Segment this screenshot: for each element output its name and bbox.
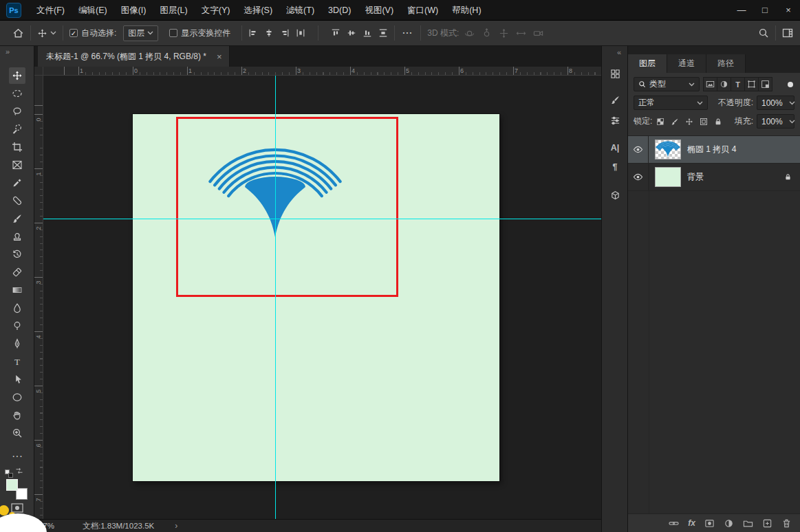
minimize-button[interactable]: —	[730, 0, 753, 21]
menu-item[interactable]: 图层(L)	[153, 0, 194, 21]
auto-select-checkbox[interactable]: 自动选择:	[69, 27, 116, 39]
filter-pixel-layers-icon[interactable]	[703, 77, 717, 91]
layer-row[interactable]: 背景	[628, 164, 800, 191]
menu-item[interactable]: 视图(V)	[358, 0, 400, 21]
eyedropper-tool[interactable]	[9, 175, 25, 191]
paragraph-panel-icon[interactable]: ¶	[607, 159, 623, 175]
move-tool-preset-icon[interactable]	[37, 28, 56, 38]
menu-item[interactable]: 3D(D)	[321, 0, 358, 21]
zoom-tool[interactable]	[9, 425, 25, 441]
adjustments-panel-icon[interactable]	[607, 112, 623, 129]
align-top-icon[interactable]	[331, 28, 340, 38]
lock-image-pixels-icon[interactable]	[669, 116, 681, 127]
horizontal-guide[interactable]	[43, 219, 601, 219]
path-selection-tool[interactable]	[9, 371, 25, 388]
search-icon[interactable]	[758, 27, 769, 38]
lock-transparent-pixels-icon[interactable]	[654, 116, 667, 127]
more-alignment-options-button[interactable]: ···	[401, 28, 414, 38]
default-colors-icon[interactable]	[5, 469, 13, 478]
eraser-tool[interactable]	[9, 264, 25, 280]
menu-item[interactable]: 图像(I)	[114, 0, 153, 21]
close-button[interactable]: ×	[777, 0, 800, 21]
hand-tool[interactable]	[9, 407, 25, 423]
filter-shape-layers-icon[interactable]	[744, 77, 759, 91]
layer-row[interactable]: 椭圆 1 拷贝 4	[628, 136, 800, 164]
panel-tab[interactable]: 通道	[667, 54, 706, 73]
document-tab[interactable]: 未标题-1 @ 66.7% (椭圆 1 拷贝 4, RGB/8) * ×	[38, 46, 230, 67]
checkbox-checked-icon[interactable]	[69, 29, 78, 37]
edit-toolbar-button[interactable]: ···	[9, 448, 25, 465]
auto-select-target-dropdown[interactable]: 图层	[123, 25, 158, 41]
layer-thumbnail[interactable]	[655, 140, 681, 159]
frame-tool[interactable]	[9, 157, 25, 173]
photoshop-logo-icon[interactable]: Ps	[6, 3, 21, 18]
lock-artboard-icon[interactable]	[698, 116, 710, 127]
panel-tab[interactable]: 图层	[628, 54, 667, 73]
brush-tool[interactable]	[9, 210, 25, 227]
menu-item[interactable]: 帮助(H)	[445, 0, 488, 21]
pasteboard[interactable]	[43, 76, 601, 519]
vertical-ruler[interactable]: 01234567	[34, 76, 43, 519]
menu-item[interactable]: 编辑(E)	[72, 0, 114, 21]
vertical-guide[interactable]	[275, 76, 276, 519]
toolbar-collapse-icon[interactable]: »	[6, 47, 10, 56]
brush-settings-panel-icon[interactable]	[607, 91, 623, 108]
filter-toggle[interactable]	[788, 82, 793, 87]
status-menu-icon[interactable]: ›	[175, 521, 177, 531]
align-bottom-icon[interactable]	[363, 28, 372, 38]
add-layer-mask-icon[interactable]	[704, 518, 715, 529]
character-panel-icon[interactable]: A|	[607, 140, 623, 156]
panel-expand-icon[interactable]: «	[617, 48, 621, 56]
layer-filter-type-dropdown[interactable]: 类型	[634, 77, 700, 91]
canvas-viewport[interactable]: 1012345678 01234567	[34, 67, 601, 519]
horizontal-ruler[interactable]: 1012345678	[43, 67, 601, 76]
filter-smart-objects-icon[interactable]	[758, 77, 772, 91]
new-group-icon[interactable]	[743, 518, 753, 529]
align-left-icon[interactable]	[248, 28, 258, 38]
swap-colors-icon[interactable]	[15, 467, 23, 475]
maximize-button[interactable]: □	[753, 0, 777, 21]
lock-all-icon[interactable]	[712, 116, 724, 127]
menu-item[interactable]: 选择(S)	[237, 0, 279, 21]
type-tool[interactable]: T	[9, 353, 25, 370]
layer-thumbnail[interactable]	[655, 167, 681, 187]
crop-tool[interactable]	[9, 139, 25, 155]
blur-tool[interactable]	[9, 300, 25, 316]
menu-item[interactable]: 滤镜(T)	[279, 0, 321, 21]
lock-position-icon[interactable]	[683, 116, 695, 127]
properties-panel-icon[interactable]	[607, 65, 623, 82]
tab-close-icon[interactable]: ×	[217, 52, 222, 62]
visibility-eye-icon[interactable]	[628, 164, 649, 190]
move-tool[interactable]	[9, 67, 25, 84]
menu-item[interactable]: 文字(Y)	[195, 0, 237, 21]
fill-field[interactable]: 100%	[757, 114, 794, 129]
opacity-field[interactable]: 100%	[757, 96, 794, 110]
layer-effects-icon[interactable]: fx	[688, 518, 695, 528]
menu-item[interactable]: 文件(F)	[30, 0, 72, 21]
checkbox-icon[interactable]	[169, 29, 177, 37]
align-center-horizontal-icon[interactable]	[264, 28, 274, 38]
pen-tool[interactable]	[9, 335, 25, 352]
new-layer-icon[interactable]	[762, 518, 772, 529]
new-adjustment-layer-icon[interactable]	[724, 518, 734, 529]
quick-selection-tool[interactable]	[9, 121, 25, 137]
history-brush-tool[interactable]	[9, 246, 25, 263]
distribute-vertical-icon[interactable]	[378, 28, 388, 38]
visibility-eye-icon[interactable]	[628, 136, 649, 163]
menu-item[interactable]: 窗口(W)	[400, 0, 445, 21]
delete-layer-icon[interactable]	[781, 518, 792, 529]
panel-tab[interactable]: 路径	[706, 54, 746, 73]
show-transform-checkbox[interactable]: 显示变换控件	[169, 27, 230, 39]
spot-healing-tool[interactable]	[9, 192, 25, 209]
lasso-tool[interactable]	[9, 103, 25, 120]
marquee-tool[interactable]	[9, 85, 25, 102]
filter-type-layers-icon[interactable]: T	[731, 77, 745, 91]
align-right-icon[interactable]	[280, 28, 290, 38]
foreground-color-swatch[interactable]	[6, 479, 18, 491]
blend-mode-dropdown[interactable]: 正常	[634, 96, 708, 110]
dodge-tool[interactable]	[9, 318, 25, 334]
gradient-tool[interactable]	[9, 282, 25, 298]
clone-stamp-tool[interactable]	[9, 228, 25, 245]
link-layers-icon[interactable]	[669, 518, 679, 529]
home-icon[interactable]	[12, 27, 24, 39]
